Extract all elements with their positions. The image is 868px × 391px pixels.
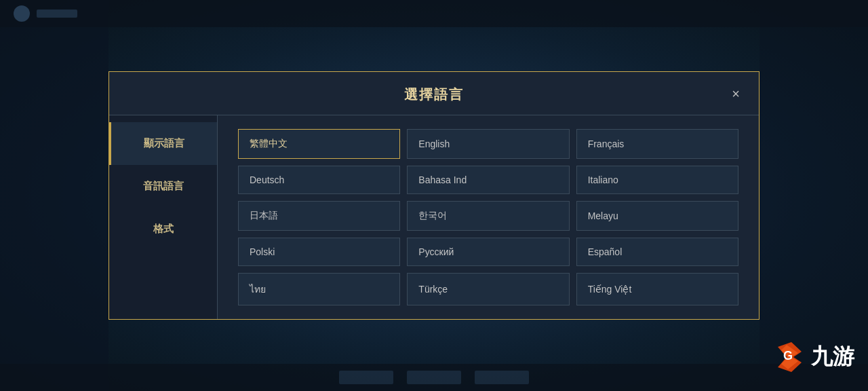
svg-text:G: G [783,349,793,362]
lang-btn-th[interactable]: ไทย [238,273,400,305]
language-grid: 繁體中文EnglishFrançaisDeutschBahasa IndItal… [238,129,738,305]
sidebar-item-format[interactable]: 格式 [109,208,217,250]
lang-btn-es[interactable]: Español [576,238,738,266]
lang-btn-vi[interactable]: Tiếng Việt [576,273,738,305]
lang-btn-en[interactable]: English [407,129,569,159]
sidebar-item-audio[interactable]: 音訊語言 [109,165,217,208]
lang-btn-de[interactable]: Deutsch [238,166,400,194]
lang-btn-fr[interactable]: Français [576,129,738,159]
lang-btn-tr[interactable]: Türkçe [407,273,569,305]
modal-title: 選擇語言 [404,87,464,102]
sidebar-item-display[interactable]: 顯示語言 [109,122,217,165]
lang-btn-ms[interactable]: Melayu [576,201,738,231]
lang-btn-id[interactable]: Bahasa Ind [407,166,569,194]
modal-body: 顯示語言音訊語言格式 繁體中文EnglishFrançaisDeutschBah… [109,115,759,319]
lang-btn-ko[interactable]: 한국어 [407,201,569,231]
lang-btn-pl[interactable]: Polski [238,238,400,266]
watermark: G 九游 [768,337,854,377]
lang-btn-zh-tw[interactable]: 繁體中文 [238,129,400,159]
lang-btn-it[interactable]: Italiano [576,166,738,194]
lang-btn-ja[interactable]: 日本語 [238,201,400,231]
sidebar: 顯示語言音訊語言格式 [109,115,218,319]
lang-btn-ru[interactable]: Русский [407,238,569,266]
close-button[interactable]: × [726,84,745,103]
language-modal: 選擇語言 × 顯示語言音訊語言格式 繁體中文EnglishFrançaisDeu… [108,71,760,320]
language-grid-area: 繁體中文EnglishFrançaisDeutschBahasa IndItal… [218,115,759,319]
watermark-logo: G [768,337,808,377]
watermark-text: 九游 [811,342,854,372]
modal-overlay: 選擇語言 × 顯示語言音訊語言格式 繁體中文EnglishFrançaisDeu… [0,0,868,391]
modal-header: 選擇語言 × [109,72,759,115]
